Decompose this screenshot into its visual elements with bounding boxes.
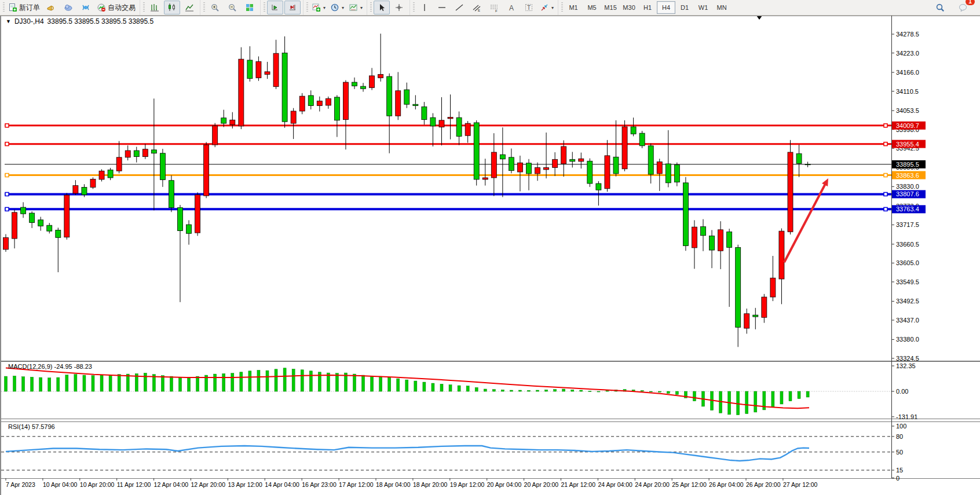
toolbar-grip-handle[interactable] — [264, 2, 265, 13]
macd-histogram-bar — [649, 391, 652, 392]
line-handle[interactable] — [5, 192, 9, 196]
timeframe-h1[interactable]: H1 — [638, 1, 657, 14]
line-handle[interactable] — [5, 142, 9, 146]
toolbar-grip-handle[interactable] — [370, 2, 372, 13]
macd-histogram-bar — [65, 375, 68, 391]
chevron-down-icon[interactable]: ▾ — [360, 5, 363, 10]
candle — [169, 181, 174, 208]
macd-histogram-bar — [588, 391, 591, 391]
arrows-button[interactable]: ▾ — [538, 1, 555, 14]
signals-button[interactable] — [78, 1, 94, 14]
time-axis-label: 18 Apr 20:00 — [413, 481, 448, 488]
macd-histogram-bar — [641, 391, 643, 391]
line-handle[interactable] — [884, 192, 887, 196]
timeframe-m5[interactable]: M5 — [583, 1, 601, 14]
toolbar-grip-handle[interactable] — [306, 2, 308, 13]
candle — [370, 76, 375, 88]
bar-chart-type-button[interactable] — [147, 1, 163, 14]
macd-axis-label: 132.35 — [896, 362, 916, 369]
vertical-line-icon — [420, 3, 429, 12]
line-handle[interactable] — [5, 207, 9, 211]
chevron-down-icon[interactable]: ▾ — [551, 5, 554, 10]
toolbar-grip-handle[interactable] — [143, 2, 145, 13]
candle — [631, 127, 636, 134]
tile-windows-button[interactable] — [242, 1, 258, 14]
macd-histogram-bar — [466, 386, 469, 391]
candle — [221, 118, 226, 123]
cursor-button[interactable] — [374, 1, 390, 14]
macd-histogram-bar — [745, 391, 748, 414]
periods-button[interactable]: ▾ — [328, 1, 346, 14]
chart-canvas[interactable]: 34278.534223.034166.034110.534053.533998… — [1, 16, 980, 495]
toolbar-grip-handle[interactable] — [203, 2, 205, 13]
new-order-button[interactable]: 新订单 — [6, 1, 42, 14]
rsi-axis-label: 0 — [896, 475, 899, 482]
line-handle[interactable] — [884, 142, 887, 146]
macd-histogram-bar — [510, 390, 513, 391]
timeframe-m15[interactable]: M15 — [601, 1, 620, 14]
timeframe-mn[interactable]: MN — [712, 1, 731, 14]
macd-histogram-bar — [536, 390, 539, 391]
horn-icon-button[interactable] — [43, 1, 59, 14]
chevron-down-icon[interactable]: ▾ — [323, 5, 326, 10]
macd-histogram-bar — [423, 382, 426, 391]
trendline-button[interactable] — [451, 1, 467, 14]
macd-histogram-bar — [545, 390, 548, 391]
chart-shift-button[interactable] — [284, 1, 301, 14]
indicators-button[interactable]: ▾ — [310, 1, 327, 14]
auto-trading-button[interactable]: 自动交易 — [95, 1, 137, 14]
candle — [195, 195, 200, 233]
candle — [247, 60, 253, 79]
toolbar-grip-handle[interactable] — [561, 2, 563, 13]
line-chart-type-button[interactable] — [181, 1, 198, 14]
candle — [657, 162, 662, 174]
chart-window[interactable]: ▼ DJ30-,H4 33895.5 33895.5 33895.5 33895… — [0, 16, 980, 495]
zoom-in-button[interactable] — [207, 1, 223, 14]
crosshair-button[interactable] — [391, 1, 407, 14]
price-axis-label: 33437.0 — [896, 317, 919, 324]
macd-histogram-bar — [597, 391, 600, 392]
macd-histogram-bar — [39, 377, 42, 391]
price-axis-label: 34166.0 — [896, 69, 919, 76]
timeframe-d1[interactable]: D1 — [675, 1, 694, 14]
zoom-out-button[interactable] — [224, 1, 240, 14]
macd-histogram-bar — [458, 386, 460, 391]
svg-text:T: T — [527, 5, 531, 11]
candlestick-chart-type-button[interactable] — [164, 1, 180, 14]
macd-histogram-bar — [737, 391, 740, 415]
templates-button[interactable]: ▾ — [347, 1, 364, 14]
equidistant-channel-button[interactable]: E — [469, 1, 485, 14]
auto-scroll-button[interactable] — [267, 1, 283, 14]
candle — [500, 155, 505, 159]
timeframe-w1[interactable]: W1 — [694, 1, 712, 14]
candle — [788, 152, 793, 232]
notifications-button[interactable]: 1 — [955, 1, 971, 14]
horizontal-line-button[interactable] — [434, 1, 450, 14]
text-label-button[interactable]: T — [521, 1, 537, 14]
trendline-icon — [455, 3, 464, 12]
fibonacci-button[interactable]: F — [486, 1, 502, 14]
macd-histogram-bar — [196, 376, 199, 391]
auto-trading-button-label: 自动交易 — [108, 3, 136, 13]
text-button[interactable]: A — [503, 1, 520, 14]
macd-histogram-bar — [214, 374, 217, 391]
chevron-down-icon[interactable]: ▾ — [342, 5, 344, 10]
line-handle[interactable] — [884, 124, 887, 127]
timeframe-m30[interactable]: M30 — [620, 1, 638, 14]
toolbar-grip-handle[interactable] — [413, 2, 415, 13]
cursor-icon — [377, 3, 386, 12]
search-button[interactable] — [932, 1, 948, 14]
line-handle[interactable] — [5, 174, 9, 177]
toolbar-grip-handle[interactable] — [3, 2, 5, 13]
line-handle[interactable] — [884, 207, 887, 211]
macd-histogram-bar — [240, 372, 243, 391]
candle — [701, 227, 706, 236]
line-handle[interactable] — [5, 124, 9, 127]
market-watch-button[interactable] — [60, 1, 76, 14]
line-handle[interactable] — [884, 174, 887, 177]
timeframe-m1[interactable]: M1 — [564, 1, 583, 14]
timeframe-h4[interactable]: H4 — [657, 1, 675, 14]
macd-axis-label: -131.91 — [896, 413, 917, 420]
macd-histogram-bar — [57, 377, 60, 391]
vertical-line-button[interactable] — [416, 1, 433, 14]
